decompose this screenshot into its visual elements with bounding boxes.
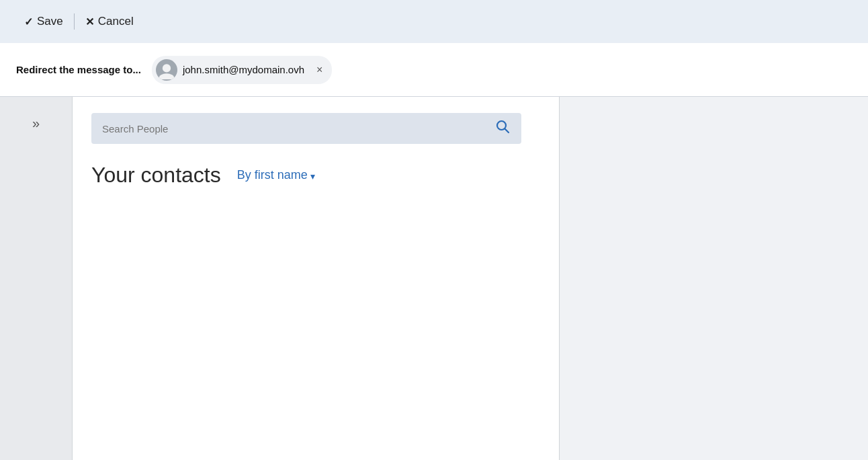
sort-dropdown-button[interactable]: By first name ▾ xyxy=(237,168,315,182)
save-label: Save xyxy=(37,15,63,28)
contacts-title: Your contacts xyxy=(91,163,221,188)
toolbar: ✓ Save ✕ Cancel xyxy=(0,0,868,43)
contact-panel: Your contacts By first name ▾ xyxy=(73,97,559,460)
chevron-down-icon: ▾ xyxy=(310,171,315,182)
right-panel xyxy=(559,97,868,460)
recipient-pill: john.smith@mydomain.ovh × xyxy=(152,56,332,84)
chevron-right-icon: » xyxy=(32,116,40,130)
x-icon: ✕ xyxy=(85,15,94,28)
contacts-heading-row: Your contacts By first name ▾ xyxy=(91,163,540,188)
main-content: » Your contacts By first name ▾ xyxy=(0,97,868,460)
avatar xyxy=(156,59,177,81)
svg-point-1 xyxy=(159,73,175,79)
search-bar xyxy=(91,113,521,144)
svg-line-3 xyxy=(505,129,509,133)
expand-sidebar-button[interactable]: » xyxy=(27,113,45,134)
redirect-row: Redirect the message to... john.smith@my… xyxy=(0,43,868,97)
checkmark-icon: ✓ xyxy=(24,15,33,28)
save-button[interactable]: ✓ Save xyxy=(16,11,71,32)
sort-label: By first name xyxy=(237,168,308,182)
remove-recipient-button[interactable]: × xyxy=(315,65,324,75)
search-input[interactable] xyxy=(102,123,494,135)
recipient-email: john.smith@mydomain.ovh xyxy=(183,64,304,75)
cancel-button[interactable]: ✕ Cancel xyxy=(77,11,142,32)
sidebar: » xyxy=(0,97,73,460)
cancel-label: Cancel xyxy=(98,15,134,28)
svg-point-0 xyxy=(163,64,171,72)
toolbar-divider xyxy=(74,13,75,30)
search-icon[interactable] xyxy=(494,118,511,139)
redirect-label: Redirect the message to... xyxy=(16,64,141,75)
